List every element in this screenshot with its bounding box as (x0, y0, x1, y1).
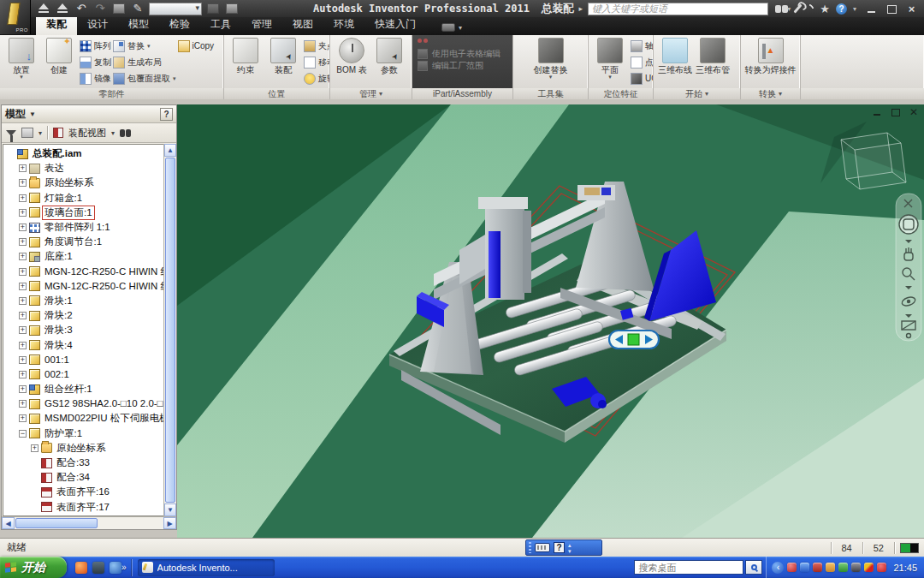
find-binoculars-icon[interactable] (120, 129, 125, 137)
ribbon-large-button[interactable]: 约束 ▾ (227, 37, 264, 86)
tree-item[interactable]: 滑块:1 (3, 294, 163, 308)
tree-item[interactable]: 防护罩:1 (3, 426, 163, 441)
tree-item[interactable]: 表面齐平:16 (3, 485, 163, 499)
help-dropdown-icon[interactable]: ▾ (853, 5, 856, 13)
ribbon-large-button[interactable]: 放置 ▾ (3, 37, 40, 86)
group-label-begin[interactable]: 开始▾ (654, 88, 740, 99)
taskbar-task-button[interactable]: Autodesk Invento... (138, 559, 275, 576)
annotation-icon[interactable] (205, 2, 221, 15)
ql-shield-icon[interactable] (110, 562, 121, 574)
sketch-icon[interactable]: ✎ (130, 2, 145, 15)
tree-expander[interactable] (31, 444, 38, 452)
ribbon-small-button[interactable]: 旋转 ▾ (304, 71, 329, 86)
ribbon-small-button[interactable]: 阵列 ▾ (80, 39, 111, 53)
ime-keyboard-icon[interactable] (535, 543, 550, 552)
tree-expander[interactable] (19, 312, 27, 319)
tray-green-icon[interactable] (838, 563, 848, 572)
assembly-view-label[interactable]: 装配视图 (68, 127, 106, 140)
ribbon-tab[interactable]: 管理 (241, 15, 282, 35)
tree-item[interactable]: 原始坐标系 (3, 176, 163, 190)
ribbon-options-dropdown-icon[interactable]: ▾ (459, 24, 462, 32)
ime-help-icon[interactable]: ? (554, 542, 565, 553)
tree-item[interactable]: 底座:1 (3, 249, 163, 264)
group-label-toolset[interactable]: 工具集 (513, 88, 588, 99)
ribbon-tab[interactable]: 检验 (159, 15, 200, 35)
scroll-right-button[interactable]: ▶ (163, 517, 176, 529)
drive-constraint-widget[interactable] (609, 331, 659, 349)
tree-item[interactable]: 总装配.iam (3, 146, 163, 161)
doc-close-button[interactable]: ✕ (909, 108, 919, 116)
tree-item[interactable]: 组合丝杆:1 (3, 382, 163, 396)
quick-launch-more-icon[interactable]: » (121, 563, 127, 572)
tree-item[interactable]: 001:1 (3, 353, 163, 367)
redo-icon[interactable]: ↷ (92, 2, 108, 15)
open-icon[interactable] (36, 2, 51, 15)
ribbon-large-button[interactable]: 三维布线 ▾ (656, 37, 694, 86)
tree-item[interactable]: 配合:33 (3, 456, 163, 470)
scroll-up-button[interactable]: ▲ (164, 144, 176, 157)
start-button[interactable]: 开始 (0, 557, 67, 578)
ribbon-tab[interactable]: 工具 (200, 15, 241, 35)
ribbon-large-button[interactable]: BOM 表 ▾ (333, 37, 370, 86)
tray-health-icon[interactable] (877, 563, 886, 572)
ribbon-tab[interactable]: 模型 (118, 15, 159, 35)
tree-expander[interactable] (19, 356, 27, 364)
scroll-down-button[interactable]: ▼ (164, 504, 176, 516)
tree-item[interactable]: 零部件阵列 1:1 (3, 220, 163, 235)
tree-expander[interactable] (19, 238, 27, 246)
group-label-convert[interactable]: 转换▾ (741, 88, 800, 99)
ribbon-large-button[interactable]: 创建替换 ▾ (532, 37, 570, 86)
ime-options-icon[interactable]: ▴▾ (568, 542, 572, 554)
tree-expander[interactable] (19, 179, 27, 187)
tree-expander[interactable] (19, 400, 27, 408)
ribbon-small-button[interactable]: 夹点捕捉 ▾ (304, 39, 329, 53)
group-label-ipart[interactable]: iPart/iAssembly (412, 88, 512, 99)
subscription-wrench-icon[interactable] (794, 3, 803, 13)
tree-item[interactable]: 表面齐平:17 (3, 500, 163, 515)
tree-item[interactable]: 002:1 (3, 367, 163, 382)
tree-item[interactable]: GS12 98SHA2.0-□10 2.0-□11 弹 (3, 396, 163, 411)
tree-expander[interactable] (19, 414, 27, 422)
tree-expander[interactable] (19, 223, 27, 231)
doc-restore-button[interactable] (891, 108, 901, 116)
save-icon[interactable] (55, 2, 70, 15)
ribbon-large-button[interactable]: 创建 ▾ (40, 37, 78, 86)
navigation-bar[interactable] (896, 194, 921, 341)
keyword-search-input[interactable] (588, 3, 768, 15)
ribbon-tab[interactable]: 快速入门 (364, 15, 426, 35)
tree-options-icon[interactable] (21, 128, 33, 138)
filter-funnel-icon[interactable] (6, 130, 16, 136)
ribbon-small-button[interactable]: UCS ▾ (631, 71, 653, 86)
tree-expander[interactable] (19, 283, 27, 290)
tree-item[interactable]: 灯箱盒:1 (3, 191, 163, 206)
restore-button[interactable] (886, 4, 897, 14)
tray-lightning-icon[interactable] (864, 563, 874, 572)
browser-header[interactable]: 模型 ▼ ? (2, 105, 176, 123)
ribbon-large-button[interactable]: 转换为焊接件 ▾ (752, 37, 790, 86)
tree-expander[interactable] (19, 430, 27, 438)
assembly-view-icon[interactable] (53, 128, 63, 138)
tree-vertical-scrollbar[interactable]: ▲ ▼ (163, 144, 176, 516)
desktop-search-button[interactable] (745, 560, 762, 575)
tree-item[interactable]: 玻璃台面:1 (3, 206, 163, 220)
tree-expander[interactable] (19, 342, 27, 349)
tree-expander[interactable] (19, 268, 27, 276)
browser-title-dropdown-icon[interactable]: ▼ (29, 110, 36, 118)
tree-expander[interactable] (19, 371, 27, 378)
scroll-left-button[interactable]: ◀ (2, 517, 15, 529)
tree-horizontal-scrollbar[interactable]: ◀ ▶ (2, 516, 176, 529)
ribbon-large-button[interactable]: 平面 ▾ (591, 37, 629, 86)
binoculars-dropdown-icon[interactable]: ▾ (787, 5, 791, 13)
ribbon-large-button[interactable]: 参数 ▾ (370, 37, 408, 86)
tree-item[interactable]: 滑块:4 (3, 337, 163, 352)
inventor-logo[interactable]: PRO (0, 0, 31, 34)
ribbon-tab[interactable]: 视图 (282, 15, 323, 35)
ribbon-large-button[interactable]: 装配 ▾ (264, 37, 302, 86)
tray-volume-icon[interactable] (800, 563, 809, 572)
ribbon-large-button[interactable]: 三维布管 ▾ (694, 37, 732, 86)
ql-media-icon[interactable] (92, 562, 104, 574)
assembly-3d-scene[interactable] (177, 104, 924, 538)
ribbon-small-button[interactable]: 生成布局 ▾ (113, 55, 176, 69)
viewport-3d[interactable]: ✕ (177, 104, 924, 538)
ribbon-tab[interactable]: 装配 (36, 15, 77, 35)
